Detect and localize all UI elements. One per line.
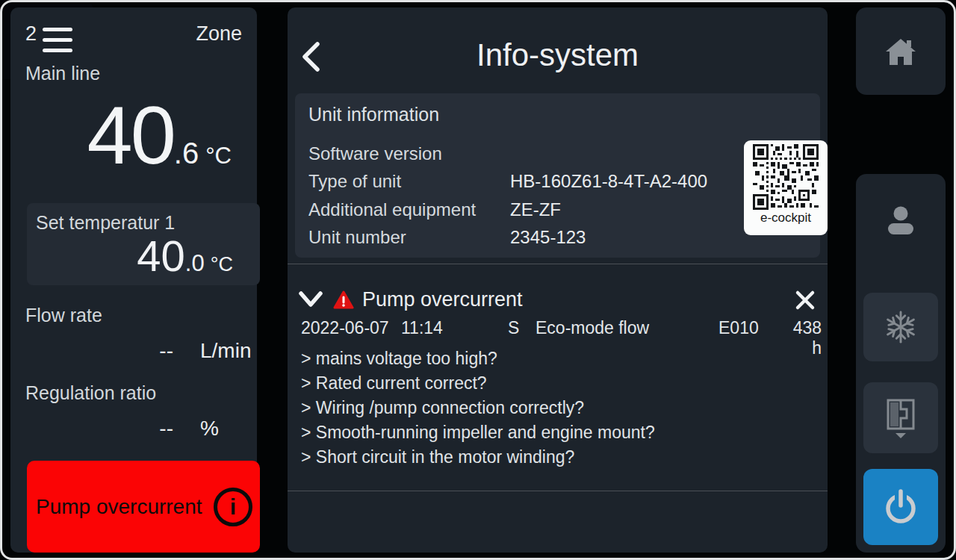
list-item: > Rated current correct? xyxy=(301,371,655,396)
qr-card: e-cockpit xyxy=(744,140,828,235)
snowflake-icon xyxy=(884,310,918,344)
power-icon xyxy=(881,488,920,526)
main-line-label: Main line xyxy=(25,63,100,84)
alarm-code: E010 xyxy=(718,318,779,358)
zone-panel: 2 Zone Main line 40 .6 °C Set temperatur… xyxy=(10,7,257,553)
flow-rate-label: Flow rate xyxy=(25,305,102,326)
alarm-banner[interactable]: Pump overcurrent i xyxy=(27,461,260,553)
alarm-hours: 438 h xyxy=(779,318,822,358)
warning-triangle-icon xyxy=(333,290,354,310)
set-temp-label: Set temperatur 1 xyxy=(36,212,175,234)
zone-number: 2 xyxy=(25,22,37,46)
row-value: 2345-123 xyxy=(510,227,586,248)
row-label: Additional equipment xyxy=(308,199,510,220)
main-temperature: 40 .6 °C xyxy=(87,94,232,176)
row-value: ZE-ZF xyxy=(510,199,561,220)
set-temp-value: 40 .0 °C xyxy=(137,234,233,278)
sidebar xyxy=(856,174,946,553)
user-icon xyxy=(883,204,919,238)
qr-code xyxy=(753,144,819,210)
unit-information-section: Unit information Software version Type o… xyxy=(295,93,820,258)
home-icon xyxy=(884,37,917,66)
table-row: Unit number 2345-123 xyxy=(308,224,807,252)
unit-info-rows: Software version Type of unit HB-160Z61-… xyxy=(308,140,807,252)
zone-select-button[interactable] xyxy=(863,382,938,453)
regulation-ratio-unit: % xyxy=(200,417,219,441)
row-label: Software version xyxy=(308,143,510,164)
page-title: Info-system xyxy=(288,37,828,73)
divider xyxy=(288,491,828,491)
section-title: Unit information xyxy=(308,104,439,125)
set-temp-unit: °C xyxy=(211,255,233,275)
chevron-down-icon xyxy=(299,291,323,308)
power-button[interactable] xyxy=(863,469,938,545)
close-icon xyxy=(795,290,816,311)
alarm-expand-button[interactable] xyxy=(299,291,323,308)
list-item: > mains voltage too high? xyxy=(301,346,655,371)
home-button[interactable] xyxy=(856,7,946,95)
list-item: > Wiring /pump connection correctly? xyxy=(301,396,655,420)
cooling-button[interactable] xyxy=(863,293,938,361)
flow-rate-value: -- xyxy=(25,339,173,363)
alarm-checklist: > mains voltage too high? > Rated curren… xyxy=(301,346,655,470)
set-temperature-field[interactable]: Set temperatur 1 40 .0 °C xyxy=(27,203,260,285)
regulation-ratio-label: Regulation ratio xyxy=(25,382,156,404)
qr-label: e-cockpit xyxy=(760,211,811,225)
flow-rate-row: -- L/min xyxy=(25,339,249,363)
alarm-title: Pump overcurrent xyxy=(362,288,523,311)
main-temp-unit: °C xyxy=(205,144,232,167)
zone-label: Zone xyxy=(196,22,242,46)
alarm-close-button[interactable] xyxy=(795,290,816,311)
flow-rate-unit: L/min xyxy=(200,339,251,363)
alarm-banner-text: Pump overcurrent xyxy=(36,495,202,519)
table-row: Type of unit HB-160Z61-8-4T-A2-400 xyxy=(308,168,807,196)
set-temp-dec: .0 xyxy=(185,252,205,275)
row-label: Unit number xyxy=(308,227,510,248)
user-button[interactable] xyxy=(856,195,946,247)
regulation-ratio-value: -- xyxy=(25,417,173,441)
set-temp-int: 40 xyxy=(137,234,185,278)
list-item: > Smooth-running impeller and engine mou… xyxy=(301,420,655,445)
table-row: Additional equipment ZE-ZF xyxy=(308,196,807,224)
main-temp-dec: .6 xyxy=(174,138,199,168)
regulation-ratio-row: -- % xyxy=(25,417,249,441)
table-row: Software version xyxy=(308,140,807,168)
row-label: Type of unit xyxy=(308,171,510,192)
info-system-panel: Info-system Unit information Software ve… xyxy=(288,7,828,553)
info-icon[interactable]: i xyxy=(214,488,252,526)
divider xyxy=(288,264,828,264)
list-item: > Short circuit in the motor winding? xyxy=(301,445,655,470)
main-temp-int: 40 xyxy=(87,94,173,176)
row-value: HB-160Z61-8-4T-A2-400 xyxy=(510,171,707,192)
zone-header: 2 Zone xyxy=(25,22,242,46)
zone-window-icon xyxy=(883,398,919,438)
